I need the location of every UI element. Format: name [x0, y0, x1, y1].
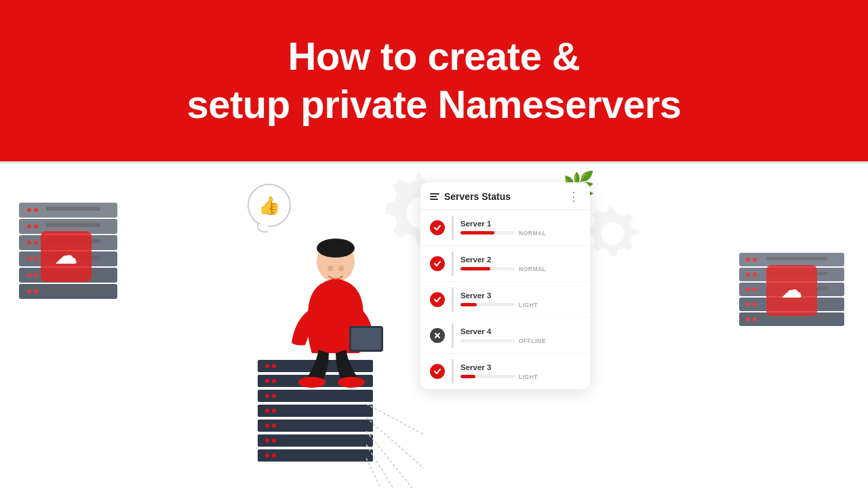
divider	[452, 216, 454, 240]
server-status-label: LIGHT	[519, 302, 538, 308]
server-status-label: LIGHT	[519, 373, 538, 380]
svg-point-74	[338, 377, 365, 388]
svg-point-17	[34, 208, 38, 212]
header-section: How to create & setup private Nameserver…	[0, 0, 868, 161]
svg-point-63	[265, 424, 269, 428]
svg-point-76	[338, 266, 344, 271]
svg-point-33	[746, 302, 750, 306]
server-status-icon	[430, 364, 445, 379]
server-status-label: OFFLINE	[519, 338, 546, 344]
load-bar-fill	[460, 267, 490, 270]
main-title: How to create & setup private Nameserver…	[186, 33, 681, 129]
load-bar-track	[460, 375, 515, 378]
load-bar-fill	[460, 375, 475, 378]
svg-rect-18	[46, 288, 100, 292]
server-name: Server 1	[460, 220, 580, 228]
svg-point-59	[265, 394, 269, 398]
server-name: Server 4	[460, 327, 580, 336]
load-bar-track	[460, 267, 515, 270]
server-info: Server 3 LIGHT	[460, 291, 580, 308]
svg-text:☁: ☁	[781, 279, 802, 302]
server-status-icon	[430, 292, 445, 307]
load-bar-track	[460, 339, 515, 342]
server-bar-row: NORMAL	[460, 230, 580, 237]
server-name: Server 2	[460, 256, 580, 264]
server-row: Server 3 LIGHT	[420, 282, 590, 318]
load-bar-track	[460, 303, 515, 306]
svg-point-35	[746, 287, 750, 291]
load-bar-fill	[460, 303, 477, 306]
deco-server-stack-right: ☁	[729, 238, 861, 353]
svg-rect-72	[351, 328, 381, 350]
svg-point-8	[27, 273, 31, 277]
svg-point-67	[265, 453, 269, 458]
server-status-label: NORMAL	[519, 266, 546, 272]
server-list: Server 1 NORMAL Server 2 N	[420, 210, 590, 389]
svg-point-58	[272, 379, 276, 383]
svg-text:☁: ☁	[55, 244, 77, 268]
svg-point-16	[27, 208, 31, 212]
svg-point-32	[753, 317, 757, 321]
svg-rect-45	[766, 257, 827, 260]
server-status-icon	[430, 220, 445, 235]
svg-point-15	[34, 224, 38, 228]
main-content: ☁	[0, 161, 868, 488]
load-bar-track	[460, 231, 515, 235]
svg-point-13	[34, 241, 38, 245]
card-title-text: Servers Status	[444, 191, 511, 202]
server-status-icon	[430, 256, 445, 271]
svg-point-40	[753, 258, 757, 262]
server-info: Server 4 OFFLINE	[460, 327, 580, 344]
svg-point-55	[265, 364, 269, 368]
svg-point-36	[753, 287, 757, 291]
svg-point-31	[746, 317, 750, 321]
server-status-icon	[430, 328, 445, 343]
load-bar-fill	[460, 231, 494, 235]
server-info: Server 1 NORMAL	[460, 220, 580, 237]
svg-point-14	[27, 224, 31, 228]
server-row: Server 1 NORMAL	[420, 210, 590, 246]
svg-point-39	[746, 258, 750, 262]
divider	[452, 359, 454, 384]
svg-point-60	[272, 394, 276, 398]
svg-point-6	[27, 289, 31, 293]
svg-point-61	[265, 409, 269, 413]
servers-status-card: Servers Status ⋮ Server 1 NORMAL	[420, 182, 590, 389]
svg-point-62	[272, 409, 276, 413]
gear-decoration-2	[583, 204, 644, 265]
svg-point-70	[317, 239, 355, 258]
svg-point-10	[27, 257, 31, 261]
svg-rect-22	[46, 223, 100, 227]
svg-point-12	[27, 241, 31, 245]
svg-point-66	[272, 439, 276, 443]
server-bar-row: OFFLINE	[460, 338, 580, 344]
server-bar-row: NORMAL	[460, 266, 580, 272]
server-name: Server 3	[460, 291, 580, 300]
svg-point-75	[328, 266, 333, 271]
svg-rect-41	[766, 317, 827, 320]
svg-point-68	[272, 453, 276, 458]
server-row: Server 2 NORMAL	[420, 246, 590, 282]
svg-point-73	[298, 377, 326, 388]
svg-point-38	[753, 272, 757, 277]
card-title: Servers Status	[430, 191, 511, 202]
divider	[452, 287, 454, 312]
person-illustration	[217, 163, 427, 488]
svg-point-56	[272, 364, 276, 368]
card-header: Servers Status ⋮	[420, 182, 590, 210]
server-row: Server 4 OFFLINE	[420, 318, 590, 354]
list-icon	[430, 193, 439, 200]
server-bar-row: LIGHT	[460, 373, 580, 380]
more-options-button[interactable]: ⋮	[568, 190, 580, 203]
svg-point-34	[753, 302, 757, 306]
svg-rect-23	[46, 207, 100, 211]
server-status-label: NORMAL	[519, 230, 546, 237]
deco-server-stack-left: ☁	[12, 196, 131, 318]
divider	[452, 323, 454, 348]
server-row: Server 3 LIGHT	[420, 354, 590, 389]
svg-point-65	[265, 439, 269, 443]
server-name: Server 3	[460, 363, 580, 371]
server-info: Server 3 LIGHT	[460, 363, 580, 380]
svg-point-7	[34, 289, 38, 293]
server-info: Server 2 NORMAL	[460, 256, 580, 272]
